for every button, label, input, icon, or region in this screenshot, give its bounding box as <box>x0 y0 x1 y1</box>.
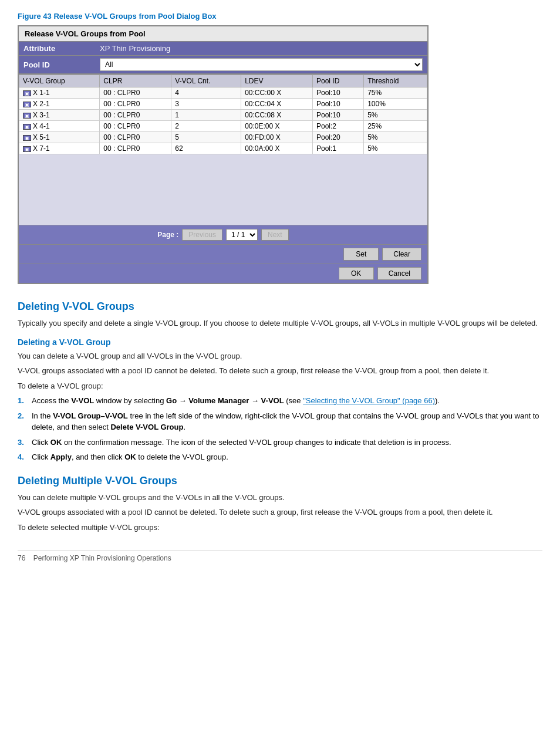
pagination-row: Page : Previous 1 / 1 Next <box>19 225 427 245</box>
attribute-label: Attribute <box>23 44 100 53</box>
cell-vvol-cnt: 5 <box>171 132 241 143</box>
cell-threshold: 5% <box>364 110 427 121</box>
cell-clpr: 00 : CLPR0 <box>100 99 171 110</box>
cell-ldev: 00:CC:08 X <box>241 110 313 121</box>
cell-ldev: 00:CC:00 X <box>241 87 313 99</box>
row-icon: ▣ <box>23 146 31 152</box>
page-label: Page : <box>157 231 178 239</box>
set-clear-row: Set Clear <box>19 245 427 264</box>
next-button[interactable]: Next <box>261 229 289 241</box>
empty-rows <box>19 154 427 225</box>
step-1: 1. Access the V-VOL window by selecting … <box>18 395 542 407</box>
cell-vvol-group: ▣X 7-1 <box>19 143 100 154</box>
page-selector[interactable]: 1 / 1 <box>226 229 258 241</box>
delete-steps-list: 1. Access the V-VOL window by selecting … <box>18 395 542 463</box>
cell-ldev: 00:CC:04 X <box>241 99 313 110</box>
cell-threshold: 25% <box>364 121 427 132</box>
cell-pool-id: Pool:10 <box>312 110 363 121</box>
deleting-intro: Typically you specify and delete a singl… <box>18 318 542 329</box>
pool-select-wrapper: All <box>100 58 423 71</box>
dialog-box: Release V-VOL Groups from Pool Attribute… <box>18 25 429 284</box>
attribute-row: Attribute XP Thin Provisioning <box>19 42 427 56</box>
deleting-single-p2: V-VOL groups associated with a pool ID c… <box>18 365 542 377</box>
page-footer: 76 Performing XP Thin Provisioning Opera… <box>18 551 542 562</box>
cell-vvol-cnt: 2 <box>171 121 241 132</box>
section-heading-deleting: Deleting V-VOL Groups <box>18 301 542 313</box>
cell-threshold: 5% <box>364 143 427 154</box>
cell-pool-id: Pool:2 <box>312 121 363 132</box>
col-ldev: LDEV <box>241 75 313 87</box>
cell-clpr: 00 : CLPR0 <box>100 121 171 132</box>
pool-id-label: Pool ID <box>23 60 100 69</box>
row-icon: ▣ <box>23 102 31 107</box>
table-area: V-VOL Group CLPR V-VOL Cnt. LDEV Pool ID… <box>19 75 427 225</box>
cell-clpr: 00 : CLPR0 <box>100 110 171 121</box>
col-clpr: CLPR <box>100 75 171 87</box>
step-4: 4. Click Apply, and then click OK to del… <box>18 451 542 463</box>
table-row[interactable]: ▣X 2-100 : CLPR0300:CC:04 XPool:10100% <box>19 99 427 110</box>
cell-ldev: 00:0E:00 X <box>241 121 313 132</box>
dialog-title: Release V-VOL Groups from Pool <box>19 26 427 42</box>
deleting-single-p3: To delete a V-VOL group: <box>18 380 542 392</box>
figure-caption: Figure 43 Release V-VOL Groups from Pool… <box>18 12 542 21</box>
cell-vvol-cnt: 4 <box>171 87 241 99</box>
dialog-body: Attribute XP Thin Provisioning Pool ID A… <box>19 42 427 283</box>
row-icon: ▣ <box>23 113 31 119</box>
table-row[interactable]: ▣X 4-100 : CLPR0200:0E:00 XPool:225% <box>19 121 427 132</box>
sub-heading-deleting-single: Deleting a V-VOL Group <box>18 337 542 347</box>
col-pool-id: Pool ID <box>312 75 363 87</box>
cell-vvol-cnt: 1 <box>171 110 241 121</box>
cell-pool-id: Pool:10 <box>312 87 363 99</box>
cancel-button[interactable]: Cancel <box>377 267 421 280</box>
ok-button[interactable]: OK <box>339 267 374 280</box>
table-row[interactable]: ▣X 1-100 : CLPR0400:CC:00 XPool:1075% <box>19 87 427 99</box>
section-heading-deleting-multiple: Deleting Multiple V-VOL Groups <box>18 475 542 487</box>
attribute-value: XP Thin Provisioning <box>100 44 170 53</box>
row-icon: ▣ <box>23 90 31 96</box>
cell-vvol-group: ▣X 1-1 <box>19 87 100 99</box>
cell-clpr: 00 : CLPR0 <box>100 132 171 143</box>
step-2: 2. In the V-VOL Group–V-VOL tree in the … <box>18 410 542 433</box>
col-threshold: Threshold <box>364 75 427 87</box>
row-icon: ▣ <box>23 124 31 130</box>
previous-button[interactable]: Previous <box>182 229 222 241</box>
deleting-multiple-p2: V-VOL groups associated with a pool ID c… <box>18 507 542 518</box>
footer-text: Performing XP Thin Provisioning Operatio… <box>33 554 171 562</box>
set-button[interactable]: Set <box>343 248 379 261</box>
vvol-table: V-VOL Group CLPR V-VOL Cnt. LDEV Pool ID… <box>19 75 427 154</box>
cell-clpr: 00 : CLPR0 <box>100 143 171 154</box>
cell-pool-id: Pool:20 <box>312 132 363 143</box>
table-row[interactable]: ▣X 7-100 : CLPR06200:0A:00 XPool:15% <box>19 143 427 154</box>
pool-id-select[interactable]: All <box>100 58 423 71</box>
table-row[interactable]: ▣X 3-100 : CLPR0100:CC:08 XPool:105% <box>19 110 427 121</box>
cell-vvol-group: ▣X 2-1 <box>19 99 100 110</box>
deleting-single-p1: You can delete a V-VOL group and all V-V… <box>18 350 542 362</box>
cell-vvol-group: ▣X 4-1 <box>19 121 100 132</box>
cell-vvol-group: ▣X 5-1 <box>19 132 100 143</box>
deleting-multiple-p3: To delete selected multiple V-VOL groups… <box>18 522 542 534</box>
table-row[interactable]: ▣X 5-100 : CLPR0500:FD:00 XPool:205% <box>19 132 427 143</box>
cell-pool-id: Pool:10 <box>312 99 363 110</box>
cell-vvol-cnt: 62 <box>171 143 241 154</box>
col-vvol-group: V-VOL Group <box>19 75 100 87</box>
table-header-row: V-VOL Group CLPR V-VOL Cnt. LDEV Pool ID… <box>19 75 427 87</box>
cell-pool-id: Pool:1 <box>312 143 363 154</box>
cell-threshold: 100% <box>364 99 427 110</box>
pool-id-row: Pool ID All <box>19 56 427 75</box>
row-icon: ▣ <box>23 135 31 141</box>
cell-ldev: 00:0A:00 X <box>241 143 313 154</box>
cell-clpr: 00 : CLPR0 <box>100 87 171 99</box>
step-3: 3. Click OK on the confirmation message.… <box>18 437 542 448</box>
clear-button[interactable]: Clear <box>382 248 421 261</box>
page-number: 76 <box>18 554 25 562</box>
col-vvol-cnt: V-VOL Cnt. <box>171 75 241 87</box>
cell-vvol-cnt: 3 <box>171 99 241 110</box>
cell-ldev: 00:FD:00 X <box>241 132 313 143</box>
cell-threshold: 75% <box>364 87 427 99</box>
deleting-multiple-p1: You can delete multiple V-VOL groups and… <box>18 492 542 504</box>
cell-vvol-group: ▣X 3-1 <box>19 110 100 121</box>
cell-threshold: 5% <box>364 132 427 143</box>
ok-cancel-row: OK Cancel <box>19 264 427 283</box>
